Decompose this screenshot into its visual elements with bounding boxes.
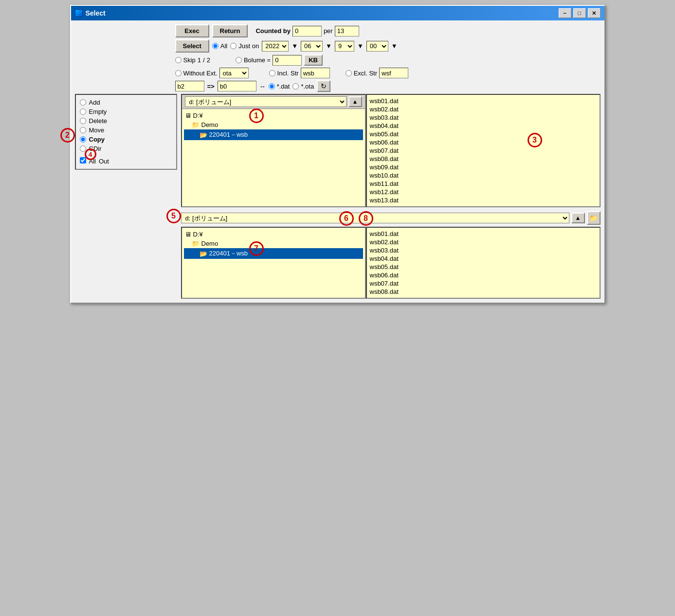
skip-radio-group: Skip 1 / 2 <box>175 56 210 64</box>
bottom-folder-button[interactable]: 📁 <box>587 211 601 225</box>
file-item[interactable]: wsb05.dat <box>369 130 598 138</box>
tree-item-selected[interactable]: 📂 220401－wsb <box>184 129 363 140</box>
close-button[interactable]: ✕ <box>588 8 601 18</box>
select-button[interactable]: Select <box>175 39 209 53</box>
incl-str-radio[interactable] <box>269 70 275 76</box>
annotation-5: 5 <box>166 209 181 223</box>
incl-str-group: Incl. Str <box>269 68 330 78</box>
annotation-8: 8 <box>359 211 373 226</box>
pattern1-radio[interactable] <box>269 83 275 90</box>
tree-item[interactable]: 🖥 D:¥ <box>184 111 363 120</box>
file-item[interactable]: wsb03.dat <box>369 246 598 254</box>
skip-val2: 2 <box>207 56 210 64</box>
just-on-radio[interactable] <box>230 43 237 49</box>
file-item[interactable]: wsb08.dat <box>369 155 598 163</box>
op-copy-row: Copy <box>80 136 172 143</box>
day-select[interactable]: 9 <box>335 41 354 52</box>
tree-item[interactable]: 📁 Demo <box>184 239 363 248</box>
top-drive-select[interactable]: d: [ボリューム] <box>185 96 347 107</box>
bottom-up-button[interactable]: ▲ <box>571 213 585 223</box>
excl-str-group: Excl. Str <box>346 68 408 78</box>
pattern2-radio[interactable] <box>292 83 299 90</box>
return-button[interactable]: Return <box>212 24 248 37</box>
app-icon <box>75 9 83 17</box>
file-item[interactable]: wsb05.dat <box>369 263 598 271</box>
without-ext-select[interactable]: ota <box>219 68 249 78</box>
file-item[interactable]: wsb07.dat <box>369 146 598 155</box>
file-item[interactable]: wsb06.dat <box>369 138 598 146</box>
pattern2-group: *.ota <box>292 83 314 90</box>
all-radio-group: All <box>212 42 227 50</box>
op-copy-radio[interactable] <box>80 136 86 143</box>
top-tree-content: 🖥 D:¥ 📁 Demo 📂 220401－wsb <box>182 109 365 206</box>
file-item[interactable]: wsb12.dat <box>369 188 598 196</box>
top-file-list: wsb01.dat wsb02.dat wsb03.dat wsb04.dat … <box>366 94 601 207</box>
bottom-browser-header: 5 6 8 <box>181 211 601 225</box>
year-select[interactable]: 2022 <box>262 41 289 52</box>
incl-str-input[interactable] <box>301 68 330 78</box>
file-item[interactable]: wsb08.dat <box>369 288 598 296</box>
op-move-label: Move <box>89 127 105 134</box>
skip-label: Skip <box>183 56 196 64</box>
file-item[interactable]: wsb10.dat <box>369 171 598 180</box>
file-item[interactable]: wsb07.dat <box>369 279 598 288</box>
folder-icon: 📁 <box>192 121 200 128</box>
annotation-4: 4 <box>85 148 96 160</box>
tree-item-selected[interactable]: 📂 220401－wsb <box>184 248 363 259</box>
per-value-input[interactable] <box>335 26 359 36</box>
bolume-input[interactable] <box>273 55 302 66</box>
reload-button[interactable]: ↻ <box>317 80 330 92</box>
toolbar-row3: Skip 1 / 2 Bolume = KB <box>75 54 601 66</box>
op-delete-row: Delete <box>80 117 172 125</box>
file-item[interactable]: wsb01.dat <box>369 97 598 105</box>
title-controls: − □ ✕ <box>559 8 601 18</box>
file-item[interactable]: wsb03.dat <box>369 113 598 122</box>
op-empty-radio[interactable] <box>80 109 86 115</box>
file-item[interactable]: wsb06.dat <box>369 271 598 279</box>
file-item[interactable]: wsb04.dat <box>369 122 598 130</box>
circle-4-icon: 4 <box>85 148 96 160</box>
file-item[interactable]: wsb01.dat <box>369 230 598 238</box>
file-item[interactable]: wsb11.dat <box>369 180 598 188</box>
month-arrow-icon: ▼ <box>326 42 332 50</box>
bolume-label: Bolume = <box>244 56 271 64</box>
tree-item[interactable]: 📁 Demo <box>184 120 363 129</box>
op-add-radio[interactable] <box>80 99 86 106</box>
top-up-button[interactable]: ▲ <box>348 96 362 107</box>
op-move-radio[interactable] <box>80 127 86 133</box>
excl-str-radio[interactable] <box>346 70 352 76</box>
pattern2-label: *.ota <box>301 83 314 90</box>
op-move-row: Move <box>80 127 172 134</box>
op-delete-radio[interactable] <box>80 118 86 124</box>
panels-area: 2 Add Empty Delete <box>75 94 601 299</box>
skip-radio[interactable] <box>175 57 182 63</box>
top-tree-panel: d: [ボリューム] ▲ 🖥 D:¥ 📁 Demo <box>181 94 366 207</box>
month-select[interactable]: 06 <box>301 41 323 52</box>
tree-item[interactable]: 🖥 D:¥ <box>184 230 363 239</box>
file-item[interactable]: wsb02.dat <box>369 238 598 246</box>
maximize-button[interactable]: □ <box>573 8 586 18</box>
all-label: All <box>220 42 227 50</box>
excl-str-input[interactable] <box>379 68 408 78</box>
bolume-radio[interactable] <box>236 57 242 63</box>
without-ext-radio[interactable] <box>175 70 182 76</box>
circle-1-icon: 1 <box>249 109 264 123</box>
file-item[interactable]: wsb04.dat <box>369 254 598 263</box>
file-item[interactable]: wsb09.dat <box>369 163 598 171</box>
from-path-input[interactable] <box>175 81 204 91</box>
folder-icon: 📁 <box>192 240 200 247</box>
hour-select[interactable]: 00 <box>366 41 388 52</box>
file-item[interactable]: wsb13.dat <box>369 196 598 204</box>
minimize-button[interactable]: − <box>559 8 571 18</box>
annotation-4-wrapper: 4 <box>80 157 86 165</box>
bottom-drive-select[interactable]: d: [ボリューム] <box>181 213 569 223</box>
op-add-label: Add <box>89 99 100 106</box>
all-radio[interactable] <box>212 43 219 49</box>
folder-icon: 🖥 <box>185 112 191 119</box>
annotation-7: 7 <box>249 241 264 256</box>
exec-button[interactable]: Exec <box>175 24 209 37</box>
to-path-input[interactable] <box>218 81 256 91</box>
file-item[interactable]: wsb02.dat <box>369 105 598 113</box>
counted-value-input[interactable] <box>292 26 322 36</box>
out-label: Out <box>99 158 109 165</box>
